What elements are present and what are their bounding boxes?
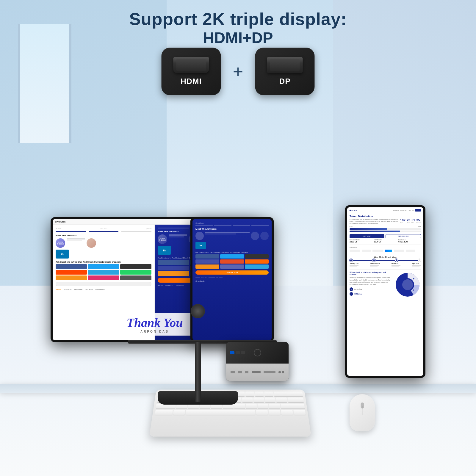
monitor-second-screen: CryptCash Meet The Advisors in Ask Quest… [192,219,272,340]
screen-advisors-title: Meet The Advisors [56,234,151,237]
platform-title: We've built a platform to buy and sell s… [350,271,392,275]
heading-line2: HDMI+DP [0,29,476,47]
plus-icon: + [233,61,243,82]
svg-text:✦: ✦ [413,278,415,280]
heading-line1: Support 2K triple display: [0,9,476,29]
hdmi-port-box: HDMI [161,48,221,95]
dp-port-box: DP [255,48,315,95]
token-title: Token Distribution [350,215,421,218]
port-icons-section: HDMI + DP [161,48,314,95]
stand-pole [195,342,201,402]
roadmap-title: Our Main Road Map [350,256,421,259]
mini-pc [226,342,289,381]
monitor-portrait: 🅒 CI Tech INFO SELLTOKEN SELLAPIFAQ Toke… [345,205,425,378]
hdmi-connector-icon [173,57,209,73]
svg-point-2 [402,279,413,290]
dp-connector-icon [267,57,303,73]
dp-label: DP [279,77,290,86]
mouse-divider [362,406,362,415]
screen-social-title: Ask Questions In The Chat And Check Our … [56,261,151,263]
stand-knob [191,304,205,318]
monitor-portrait-screen: 🅒 CI Tech INFO SELLTOKEN SELLAPIFAQ Toke… [347,207,423,376]
main-heading: Support 2K triple display: HDMI+DP [0,9,476,47]
monitor-second: CryptCash Meet The Advisors in Ask Quest… [190,217,274,342]
svg-text:⊕: ⊕ [413,289,414,291]
hdmi-label: HDMI [181,77,201,86]
